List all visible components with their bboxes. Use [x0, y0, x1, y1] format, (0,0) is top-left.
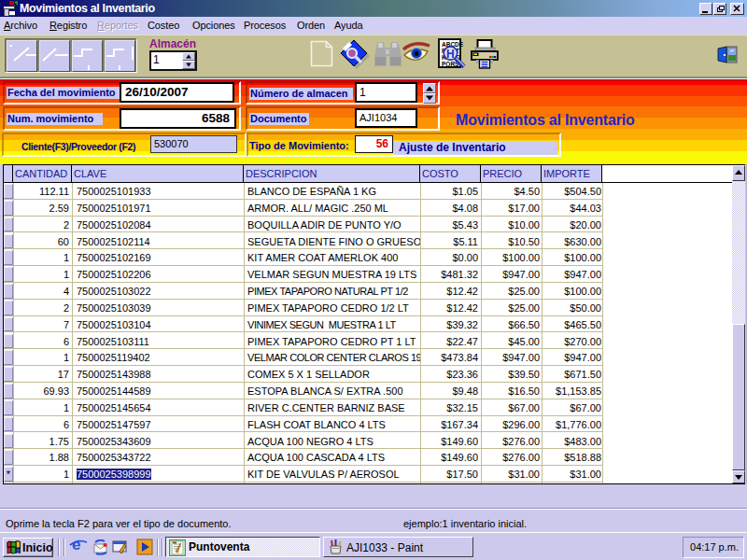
svg-text:H: H — [446, 48, 455, 61]
